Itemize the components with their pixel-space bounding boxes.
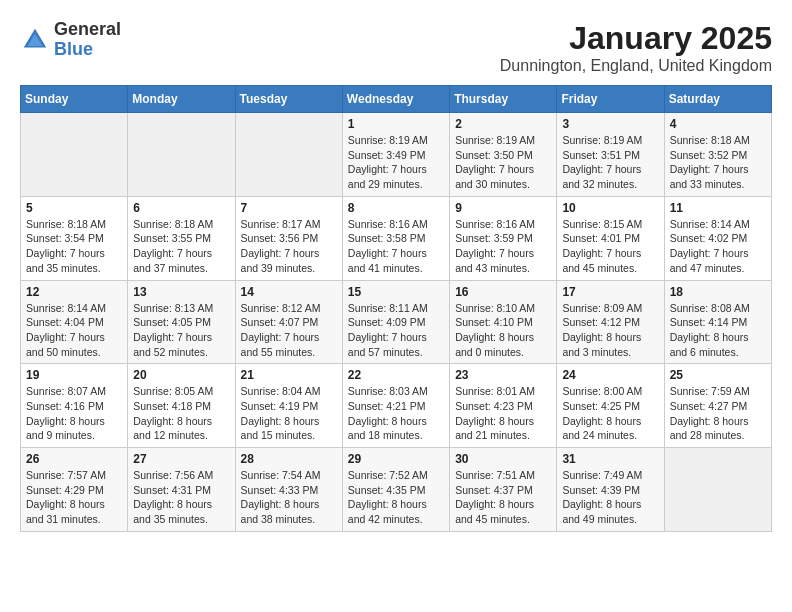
weekday-header-wednesday: Wednesday	[342, 86, 449, 113]
day-info: Sunrise: 8:18 AM Sunset: 3:55 PM Dayligh…	[133, 217, 229, 276]
calendar-week-row: 5Sunrise: 8:18 AM Sunset: 3:54 PM Daylig…	[21, 196, 772, 280]
day-number: 15	[348, 285, 444, 299]
day-info: Sunrise: 8:09 AM Sunset: 4:12 PM Dayligh…	[562, 301, 658, 360]
day-info: Sunrise: 8:05 AM Sunset: 4:18 PM Dayligh…	[133, 384, 229, 443]
weekday-header-tuesday: Tuesday	[235, 86, 342, 113]
day-number: 12	[26, 285, 122, 299]
day-number: 5	[26, 201, 122, 215]
logo: General Blue	[20, 20, 121, 60]
day-info: Sunrise: 8:14 AM Sunset: 4:02 PM Dayligh…	[670, 217, 766, 276]
day-info: Sunrise: 8:11 AM Sunset: 4:09 PM Dayligh…	[348, 301, 444, 360]
weekday-header-friday: Friday	[557, 86, 664, 113]
calendar-cell: 19Sunrise: 8:07 AM Sunset: 4:16 PM Dayli…	[21, 364, 128, 448]
day-number: 1	[348, 117, 444, 131]
calendar-cell	[235, 113, 342, 197]
weekday-header-monday: Monday	[128, 86, 235, 113]
day-number: 29	[348, 452, 444, 466]
calendar-week-row: 1Sunrise: 8:19 AM Sunset: 3:49 PM Daylig…	[21, 113, 772, 197]
calendar-cell: 14Sunrise: 8:12 AM Sunset: 4:07 PM Dayli…	[235, 280, 342, 364]
weekday-header-saturday: Saturday	[664, 86, 771, 113]
day-info: Sunrise: 7:52 AM Sunset: 4:35 PM Dayligh…	[348, 468, 444, 527]
day-info: Sunrise: 8:12 AM Sunset: 4:07 PM Dayligh…	[241, 301, 337, 360]
day-number: 4	[670, 117, 766, 131]
calendar-cell: 11Sunrise: 8:14 AM Sunset: 4:02 PM Dayli…	[664, 196, 771, 280]
day-info: Sunrise: 7:59 AM Sunset: 4:27 PM Dayligh…	[670, 384, 766, 443]
day-number: 2	[455, 117, 551, 131]
calendar-cell: 24Sunrise: 8:00 AM Sunset: 4:25 PM Dayli…	[557, 364, 664, 448]
calendar-cell	[664, 448, 771, 532]
day-info: Sunrise: 7:56 AM Sunset: 4:31 PM Dayligh…	[133, 468, 229, 527]
day-info: Sunrise: 8:16 AM Sunset: 3:59 PM Dayligh…	[455, 217, 551, 276]
day-info: Sunrise: 8:19 AM Sunset: 3:51 PM Dayligh…	[562, 133, 658, 192]
day-number: 23	[455, 368, 551, 382]
weekday-header-row: SundayMondayTuesdayWednesdayThursdayFrid…	[21, 86, 772, 113]
day-number: 26	[26, 452, 122, 466]
day-info: Sunrise: 8:18 AM Sunset: 3:52 PM Dayligh…	[670, 133, 766, 192]
calendar-week-row: 26Sunrise: 7:57 AM Sunset: 4:29 PM Dayli…	[21, 448, 772, 532]
calendar-cell: 5Sunrise: 8:18 AM Sunset: 3:54 PM Daylig…	[21, 196, 128, 280]
calendar-week-row: 19Sunrise: 8:07 AM Sunset: 4:16 PM Dayli…	[21, 364, 772, 448]
calendar-cell: 1Sunrise: 8:19 AM Sunset: 3:49 PM Daylig…	[342, 113, 449, 197]
day-info: Sunrise: 8:16 AM Sunset: 3:58 PM Dayligh…	[348, 217, 444, 276]
day-number: 25	[670, 368, 766, 382]
day-info: Sunrise: 7:57 AM Sunset: 4:29 PM Dayligh…	[26, 468, 122, 527]
calendar-cell: 12Sunrise: 8:14 AM Sunset: 4:04 PM Dayli…	[21, 280, 128, 364]
day-number: 27	[133, 452, 229, 466]
page-header: General Blue January 2025 Dunnington, En…	[20, 20, 772, 75]
day-number: 6	[133, 201, 229, 215]
calendar-cell: 17Sunrise: 8:09 AM Sunset: 4:12 PM Dayli…	[557, 280, 664, 364]
month-title: January 2025	[500, 20, 772, 57]
calendar-cell: 8Sunrise: 8:16 AM Sunset: 3:58 PM Daylig…	[342, 196, 449, 280]
calendar-cell: 10Sunrise: 8:15 AM Sunset: 4:01 PM Dayli…	[557, 196, 664, 280]
day-info: Sunrise: 8:19 AM Sunset: 3:49 PM Dayligh…	[348, 133, 444, 192]
calendar-cell	[21, 113, 128, 197]
calendar-cell: 31Sunrise: 7:49 AM Sunset: 4:39 PM Dayli…	[557, 448, 664, 532]
day-info: Sunrise: 8:03 AM Sunset: 4:21 PM Dayligh…	[348, 384, 444, 443]
day-number: 9	[455, 201, 551, 215]
day-number: 16	[455, 285, 551, 299]
calendar-cell: 23Sunrise: 8:01 AM Sunset: 4:23 PM Dayli…	[450, 364, 557, 448]
calendar-cell: 18Sunrise: 8:08 AM Sunset: 4:14 PM Dayli…	[664, 280, 771, 364]
day-info: Sunrise: 8:07 AM Sunset: 4:16 PM Dayligh…	[26, 384, 122, 443]
calendar-cell: 30Sunrise: 7:51 AM Sunset: 4:37 PM Dayli…	[450, 448, 557, 532]
weekday-header-sunday: Sunday	[21, 86, 128, 113]
calendar-week-row: 12Sunrise: 8:14 AM Sunset: 4:04 PM Dayli…	[21, 280, 772, 364]
calendar-cell: 2Sunrise: 8:19 AM Sunset: 3:50 PM Daylig…	[450, 113, 557, 197]
day-number: 3	[562, 117, 658, 131]
day-number: 30	[455, 452, 551, 466]
calendar-cell: 25Sunrise: 7:59 AM Sunset: 4:27 PM Dayli…	[664, 364, 771, 448]
day-info: Sunrise: 8:14 AM Sunset: 4:04 PM Dayligh…	[26, 301, 122, 360]
calendar-cell: 13Sunrise: 8:13 AM Sunset: 4:05 PM Dayli…	[128, 280, 235, 364]
day-number: 13	[133, 285, 229, 299]
calendar-cell: 26Sunrise: 7:57 AM Sunset: 4:29 PM Dayli…	[21, 448, 128, 532]
day-info: Sunrise: 7:51 AM Sunset: 4:37 PM Dayligh…	[455, 468, 551, 527]
logo-text: General Blue	[54, 20, 121, 60]
day-info: Sunrise: 8:10 AM Sunset: 4:10 PM Dayligh…	[455, 301, 551, 360]
day-info: Sunrise: 7:49 AM Sunset: 4:39 PM Dayligh…	[562, 468, 658, 527]
day-info: Sunrise: 8:18 AM Sunset: 3:54 PM Dayligh…	[26, 217, 122, 276]
calendar-cell: 27Sunrise: 7:56 AM Sunset: 4:31 PM Dayli…	[128, 448, 235, 532]
calendar-cell: 28Sunrise: 7:54 AM Sunset: 4:33 PM Dayli…	[235, 448, 342, 532]
calendar-body: 1Sunrise: 8:19 AM Sunset: 3:49 PM Daylig…	[21, 113, 772, 532]
logo-blue: Blue	[54, 40, 121, 60]
day-number: 7	[241, 201, 337, 215]
calendar-cell: 16Sunrise: 8:10 AM Sunset: 4:10 PM Dayli…	[450, 280, 557, 364]
day-number: 31	[562, 452, 658, 466]
calendar-cell: 9Sunrise: 8:16 AM Sunset: 3:59 PM Daylig…	[450, 196, 557, 280]
calendar-cell: 6Sunrise: 8:18 AM Sunset: 3:55 PM Daylig…	[128, 196, 235, 280]
calendar-cell: 7Sunrise: 8:17 AM Sunset: 3:56 PM Daylig…	[235, 196, 342, 280]
day-number: 22	[348, 368, 444, 382]
logo-icon	[20, 25, 50, 55]
location: Dunnington, England, United Kingdom	[500, 57, 772, 75]
day-number: 24	[562, 368, 658, 382]
day-number: 21	[241, 368, 337, 382]
day-info: Sunrise: 8:17 AM Sunset: 3:56 PM Dayligh…	[241, 217, 337, 276]
day-info: Sunrise: 8:00 AM Sunset: 4:25 PM Dayligh…	[562, 384, 658, 443]
day-number: 10	[562, 201, 658, 215]
day-info: Sunrise: 7:54 AM Sunset: 4:33 PM Dayligh…	[241, 468, 337, 527]
calendar-cell: 22Sunrise: 8:03 AM Sunset: 4:21 PM Dayli…	[342, 364, 449, 448]
day-number: 20	[133, 368, 229, 382]
day-number: 14	[241, 285, 337, 299]
calendar-cell: 21Sunrise: 8:04 AM Sunset: 4:19 PM Dayli…	[235, 364, 342, 448]
calendar-header: SundayMondayTuesdayWednesdayThursdayFrid…	[21, 86, 772, 113]
